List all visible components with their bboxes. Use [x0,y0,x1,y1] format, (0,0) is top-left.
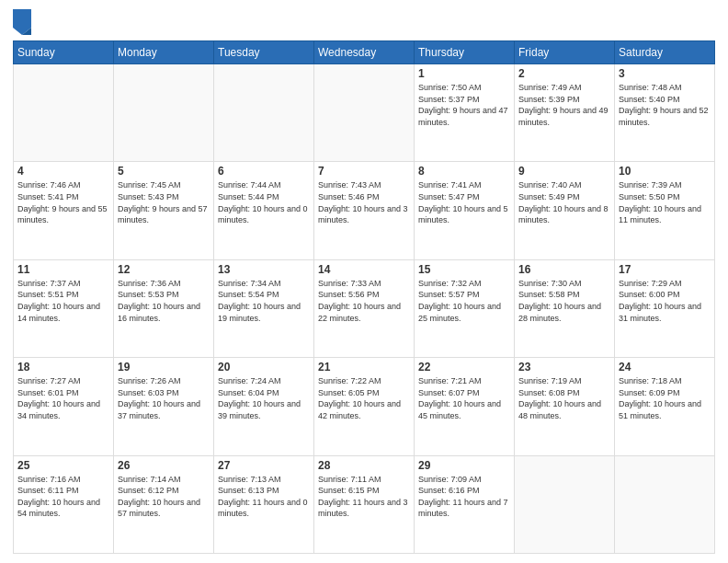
day-number: 6 [218,165,310,178]
calendar-week-row: 25Sunrise: 7:16 AM Sunset: 6:11 PM Dayli… [14,455,715,553]
calendar-cell: 26Sunrise: 7:14 AM Sunset: 6:12 PM Dayli… [114,455,214,553]
day-info: Sunrise: 7:14 AM Sunset: 6:12 PM Dayligh… [118,474,210,520]
calendar-week-row: 1Sunrise: 7:50 AM Sunset: 5:37 PM Daylig… [14,64,715,162]
calendar-cell: 11Sunrise: 7:37 AM Sunset: 5:51 PM Dayli… [14,259,114,357]
calendar-cell: 6Sunrise: 7:44 AM Sunset: 5:44 PM Daylig… [214,162,314,259]
calendar-cell [14,64,114,162]
logo-icon [13,9,31,35]
calendar-cell [114,64,214,162]
day-info: Sunrise: 7:29 AM Sunset: 6:00 PM Dayligh… [619,278,711,324]
day-number: 3 [619,67,711,80]
calendar-cell: 1Sunrise: 7:50 AM Sunset: 5:37 PM Daylig… [415,64,515,162]
day-info: Sunrise: 7:33 AM Sunset: 5:56 PM Dayligh… [318,278,410,324]
day-number: 28 [318,459,410,472]
day-info: Sunrise: 7:22 AM Sunset: 6:05 PM Dayligh… [318,375,410,421]
calendar-cell: 2Sunrise: 7:49 AM Sunset: 5:39 PM Daylig… [515,64,615,162]
day-info: Sunrise: 7:26 AM Sunset: 6:03 PM Dayligh… [118,375,210,421]
weekday-header: Friday [515,41,615,64]
calendar-week-row: 4Sunrise: 7:46 AM Sunset: 5:41 PM Daylig… [14,162,715,259]
day-number: 21 [318,361,410,373]
day-number: 22 [418,361,510,373]
calendar-cell: 21Sunrise: 7:22 AM Sunset: 6:05 PM Dayli… [314,358,415,455]
calendar-cell: 24Sunrise: 7:18 AM Sunset: 6:09 PM Dayli… [615,358,715,455]
calendar-cell [214,64,314,162]
day-number: 27 [218,459,310,472]
day-number: 13 [218,263,310,276]
day-info: Sunrise: 7:11 AM Sunset: 6:15 PM Dayligh… [318,474,410,520]
calendar-cell: 18Sunrise: 7:27 AM Sunset: 6:01 PM Dayli… [14,358,114,455]
calendar-cell [314,64,415,162]
calendar-week-row: 11Sunrise: 7:37 AM Sunset: 5:51 PM Dayli… [14,259,715,357]
day-info: Sunrise: 7:19 AM Sunset: 6:08 PM Dayligh… [518,375,610,421]
calendar-cell [615,455,715,553]
calendar-cell: 3Sunrise: 7:48 AM Sunset: 5:40 PM Daylig… [615,64,715,162]
day-number: 24 [619,361,711,373]
weekday-header: Saturday [615,41,715,64]
calendar-cell [515,455,615,553]
day-info: Sunrise: 7:41 AM Sunset: 5:47 PM Dayligh… [418,179,510,225]
day-info: Sunrise: 7:24 AM Sunset: 6:04 PM Dayligh… [218,375,310,421]
calendar-cell: 12Sunrise: 7:36 AM Sunset: 5:53 PM Dayli… [114,259,214,357]
day-number: 10 [619,165,711,178]
calendar-cell: 23Sunrise: 7:19 AM Sunset: 6:08 PM Dayli… [515,358,615,455]
day-info: Sunrise: 7:39 AM Sunset: 5:50 PM Dayligh… [619,179,711,225]
day-info: Sunrise: 7:50 AM Sunset: 5:37 PM Dayligh… [418,82,510,128]
weekday-header: Wednesday [314,41,415,64]
day-number: 1 [418,67,510,80]
day-number: 11 [17,263,109,276]
weekday-header: Sunday [14,41,114,64]
day-info: Sunrise: 7:09 AM Sunset: 6:16 PM Dayligh… [418,474,510,520]
day-number: 8 [418,165,510,178]
calendar-table: SundayMondayTuesdayWednesdayThursdayFrid… [13,40,715,554]
day-info: Sunrise: 7:43 AM Sunset: 5:46 PM Dayligh… [318,179,410,225]
calendar-week-row: 18Sunrise: 7:27 AM Sunset: 6:01 PM Dayli… [14,358,715,455]
day-number: 26 [118,459,210,472]
day-number: 20 [218,361,310,373]
weekday-header: Thursday [415,41,515,64]
calendar-cell: 17Sunrise: 7:29 AM Sunset: 6:00 PM Dayli… [615,259,715,357]
calendar-cell: 10Sunrise: 7:39 AM Sunset: 5:50 PM Dayli… [615,162,715,259]
weekday-header: Tuesday [214,41,314,64]
calendar-cell: 9Sunrise: 7:40 AM Sunset: 5:49 PM Daylig… [515,162,615,259]
day-info: Sunrise: 7:48 AM Sunset: 5:40 PM Dayligh… [619,82,711,128]
calendar-cell: 16Sunrise: 7:30 AM Sunset: 5:58 PM Dayli… [515,259,615,357]
day-number: 7 [318,165,410,178]
day-number: 14 [318,263,410,276]
day-info: Sunrise: 7:34 AM Sunset: 5:54 PM Dayligh… [218,278,310,324]
day-info: Sunrise: 7:27 AM Sunset: 6:01 PM Dayligh… [17,375,109,421]
day-number: 17 [619,263,711,276]
day-info: Sunrise: 7:32 AM Sunset: 5:57 PM Dayligh… [418,278,510,324]
day-number: 15 [418,263,510,276]
weekday-header: Monday [114,41,214,64]
calendar-body: 1Sunrise: 7:50 AM Sunset: 5:37 PM Daylig… [14,64,715,554]
day-info: Sunrise: 7:16 AM Sunset: 6:11 PM Dayligh… [17,474,109,520]
day-info: Sunrise: 7:40 AM Sunset: 5:49 PM Dayligh… [518,179,610,225]
calendar-cell: 5Sunrise: 7:45 AM Sunset: 5:43 PM Daylig… [114,162,214,259]
day-info: Sunrise: 7:46 AM Sunset: 5:41 PM Dayligh… [17,179,109,225]
calendar-cell: 14Sunrise: 7:33 AM Sunset: 5:56 PM Dayli… [314,259,415,357]
day-number: 5 [118,165,210,178]
day-info: Sunrise: 7:30 AM Sunset: 5:58 PM Dayligh… [518,278,610,324]
calendar-cell: 8Sunrise: 7:41 AM Sunset: 5:47 PM Daylig… [415,162,515,259]
day-number: 16 [518,263,610,276]
day-number: 18 [17,361,109,373]
calendar-cell: 22Sunrise: 7:21 AM Sunset: 6:07 PM Dayli… [415,358,515,455]
calendar-cell: 15Sunrise: 7:32 AM Sunset: 5:57 PM Dayli… [415,259,515,357]
page: SundayMondayTuesdayWednesdayThursdayFrid… [0,0,728,563]
day-number: 19 [118,361,210,373]
weekday-row: SundayMondayTuesdayWednesdayThursdayFrid… [14,41,715,64]
header [13,9,715,35]
calendar-cell: 28Sunrise: 7:11 AM Sunset: 6:15 PM Dayli… [314,455,415,553]
calendar-cell: 20Sunrise: 7:24 AM Sunset: 6:04 PM Dayli… [214,358,314,455]
calendar-cell: 25Sunrise: 7:16 AM Sunset: 6:11 PM Dayli… [14,455,114,553]
day-info: Sunrise: 7:44 AM Sunset: 5:44 PM Dayligh… [218,179,310,225]
day-number: 23 [518,361,610,373]
day-number: 4 [17,165,109,178]
day-number: 29 [418,459,510,472]
calendar-cell: 29Sunrise: 7:09 AM Sunset: 6:16 PM Dayli… [415,455,515,553]
day-info: Sunrise: 7:45 AM Sunset: 5:43 PM Dayligh… [118,179,210,225]
day-info: Sunrise: 7:37 AM Sunset: 5:51 PM Dayligh… [17,278,109,324]
calendar-cell: 13Sunrise: 7:34 AM Sunset: 5:54 PM Dayli… [214,259,314,357]
day-number: 12 [118,263,210,276]
day-number: 2 [518,67,610,80]
